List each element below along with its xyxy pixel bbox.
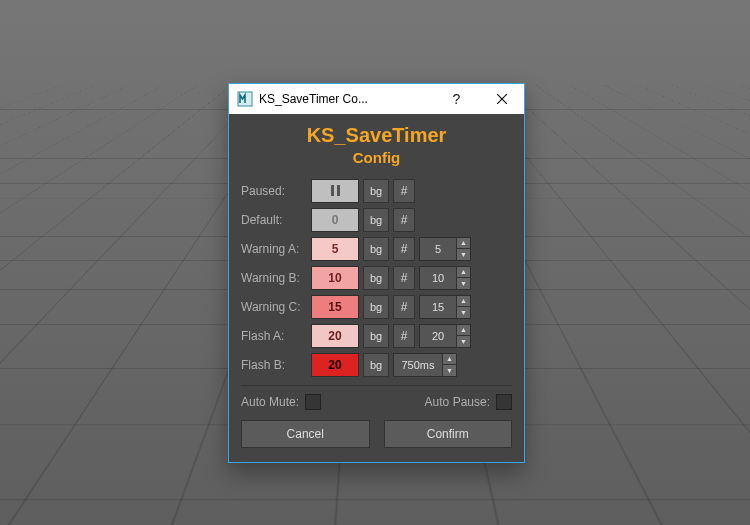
label-auto-pause: Auto Pause: <box>425 395 490 409</box>
hash-button-warning-b[interactable]: # <box>393 266 415 290</box>
app-icon <box>237 91 253 107</box>
label-auto-mute: Auto Mute: <box>241 395 299 409</box>
label-flash-b: Flash B: <box>241 358 311 372</box>
swatch-warning-a[interactable]: 5 <box>311 237 359 261</box>
bg-button-warning-b[interactable]: bg <box>363 266 389 290</box>
label-warning-b: Warning B: <box>241 271 311 285</box>
label-flash-a: Flash A: <box>241 329 311 343</box>
close-icon <box>497 94 507 104</box>
pause-icon <box>331 185 340 196</box>
spinner-down-icon[interactable]: ▼ <box>456 249 470 260</box>
label-default: Default: <box>241 213 311 227</box>
close-button[interactable] <box>479 84 524 114</box>
checkbox-auto-pause[interactable] <box>496 394 512 410</box>
spinner-flash-b[interactable]: 750ms▲▼ <box>393 353 457 377</box>
dialog-buttons: Cancel Confirm <box>241 420 512 448</box>
header-line2: Config <box>241 149 512 166</box>
help-button[interactable]: ? <box>434 84 479 114</box>
spinner-flash-a[interactable]: 20▲▼ <box>419 324 471 348</box>
spinner-down-icon[interactable]: ▼ <box>456 336 470 347</box>
hash-button-flash-a[interactable]: # <box>393 324 415 348</box>
cancel-button[interactable]: Cancel <box>241 420 370 448</box>
bg-button-flash-a[interactable]: bg <box>363 324 389 348</box>
spinner-up-icon[interactable]: ▲ <box>456 238 470 250</box>
bg-button-warning-a[interactable]: bg <box>363 237 389 261</box>
row-warning-a: Warning A: 5 bg # 5▲▼ <box>241 236 512 261</box>
swatch-flash-b[interactable]: 20 <box>311 353 359 377</box>
checkbox-auto-mute[interactable] <box>305 394 321 410</box>
swatch-warning-b[interactable]: 10 <box>311 266 359 290</box>
spinner-down-icon[interactable]: ▼ <box>442 365 456 376</box>
row-warning-b: Warning B: 10 bg # 10▲▼ <box>241 265 512 290</box>
spinner-warning-a[interactable]: 5▲▼ <box>419 237 471 261</box>
label-warning-a: Warning A: <box>241 242 311 256</box>
row-flash-a: Flash A: 20 bg # 20▲▼ <box>241 323 512 348</box>
bg-button-paused[interactable]: bg <box>363 179 389 203</box>
header-line1: KS_SaveTimer <box>241 124 512 147</box>
spinner-up-icon[interactable]: ▲ <box>456 267 470 279</box>
swatch-default[interactable]: 0 <box>311 208 359 232</box>
dialog-header: KS_SaveTimer Config <box>241 124 512 166</box>
config-dialog: KS_SaveTimer Co... ? KS_SaveTimer Config… <box>228 83 525 463</box>
spinner-up-icon[interactable]: ▲ <box>456 325 470 337</box>
spinner-warning-b[interactable]: 10▲▼ <box>419 266 471 290</box>
spinner-up-icon[interactable]: ▲ <box>456 296 470 308</box>
confirm-button[interactable]: Confirm <box>384 420 513 448</box>
bg-button-default[interactable]: bg <box>363 208 389 232</box>
spinner-down-icon[interactable]: ▼ <box>456 307 470 318</box>
hash-button-warning-c[interactable]: # <box>393 295 415 319</box>
titlebar[interactable]: KS_SaveTimer Co... ? <box>229 84 524 114</box>
bg-button-warning-c[interactable]: bg <box>363 295 389 319</box>
window-title: KS_SaveTimer Co... <box>259 92 434 106</box>
hash-button-default[interactable]: # <box>393 208 415 232</box>
spinner-down-icon[interactable]: ▼ <box>456 278 470 289</box>
swatch-warning-c[interactable]: 15 <box>311 295 359 319</box>
row-flash-b: Flash B: 20 bg 750ms▲▼ <box>241 352 512 377</box>
label-warning-c: Warning C: <box>241 300 311 314</box>
spinner-warning-c[interactable]: 15▲▼ <box>419 295 471 319</box>
label-paused: Paused: <box>241 184 311 198</box>
hash-button-paused[interactable]: # <box>393 179 415 203</box>
row-default: Default: 0 bg # <box>241 207 512 232</box>
swatch-paused[interactable] <box>311 179 359 203</box>
row-warning-c: Warning C: 15 bg # 15▲▼ <box>241 294 512 319</box>
swatch-flash-a[interactable]: 20 <box>311 324 359 348</box>
separator <box>241 385 512 386</box>
dialog-body: KS_SaveTimer Config Paused: bg # Default… <box>229 114 524 462</box>
checkbox-row: Auto Mute: Auto Pause: <box>241 394 512 410</box>
row-paused: Paused: bg # <box>241 178 512 203</box>
bg-button-flash-b[interactable]: bg <box>363 353 389 377</box>
hash-button-warning-a[interactable]: # <box>393 237 415 261</box>
spinner-up-icon[interactable]: ▲ <box>442 354 456 366</box>
